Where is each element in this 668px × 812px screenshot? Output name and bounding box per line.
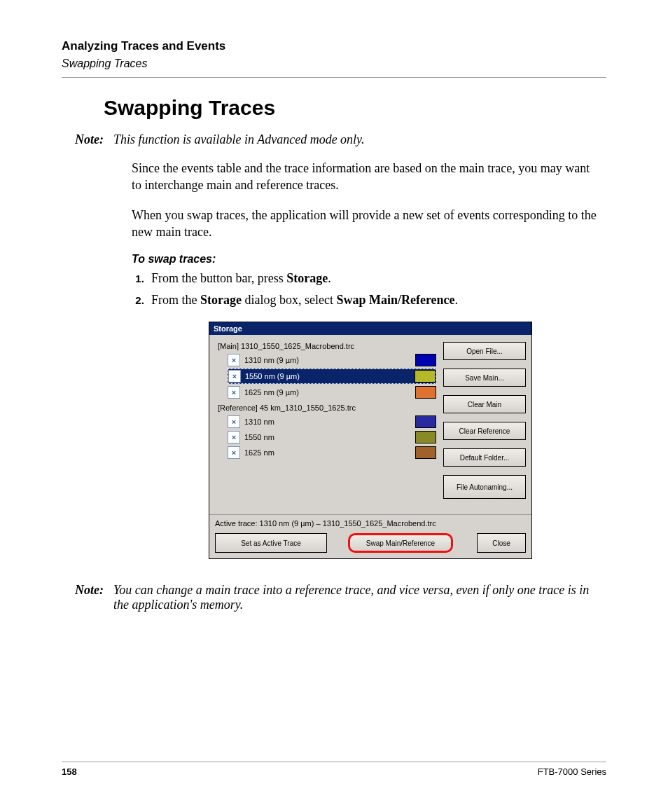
page-number: 158 — [62, 766, 77, 777]
trace-label: 1625 nm (9 µm) — [244, 388, 411, 397]
section-title: Swapping Traces — [104, 96, 606, 120]
dialog-separator — [209, 514, 531, 515]
trace-label: 1310 nm (9 µm) — [244, 356, 411, 364]
header-rule — [62, 77, 606, 78]
footer-rule — [62, 762, 606, 762]
set-active-trace-button[interactable]: Set as Active Trace — [215, 533, 327, 553]
note-text: You can change a main trace into a refer… — [113, 583, 606, 612]
trace-row[interactable]: × 1625 nm — [228, 446, 436, 460]
clear-reference-button[interactable]: Clear Reference — [443, 422, 526, 440]
trace-row[interactable]: × 1310 nm (9 µm) — [228, 353, 436, 367]
trace-row[interactable]: × 1625 nm (9 µm) — [228, 385, 436, 399]
close-icon[interactable]: × — [228, 354, 240, 366]
note-text: This function is available in Advanced m… — [113, 132, 606, 147]
swap-main-reference-button[interactable]: Swap Main/Reference — [348, 533, 453, 553]
color-swatch — [415, 386, 436, 399]
paragraph: Since the events table and the trace inf… — [132, 160, 599, 194]
main-file-label: [Main] 1310_1550_1625_Macrobend.trc — [218, 342, 436, 350]
color-swatch — [415, 431, 436, 443]
trace-label: 1550 nm (9 µm) — [245, 372, 410, 380]
trace-row-selected[interactable]: × 1550 nm (9 µm) — [228, 369, 436, 384]
paragraph: When you swap traces, the application wi… — [132, 207, 599, 241]
clear-main-button[interactable]: Clear Main — [443, 395, 526, 413]
close-icon[interactable]: × — [228, 431, 240, 443]
reference-file-label: [Reference] 45 km_1310_1550_1625.trc — [218, 404, 436, 412]
default-folder-button[interactable]: Default Folder... — [443, 448, 526, 467]
color-swatch — [415, 370, 436, 383]
color-swatch — [415, 415, 436, 428]
close-button[interactable]: Close — [477, 533, 526, 553]
open-file-button[interactable]: Open File... — [443, 342, 526, 360]
close-icon[interactable]: × — [228, 446, 240, 459]
close-icon[interactable]: × — [228, 370, 241, 383]
procedure-title: To swap traces: — [132, 253, 599, 266]
active-trace-line: Active trace: 1310 nm (9 µm) – 1310_1550… — [215, 519, 531, 528]
trace-row[interactable]: × 1550 nm — [228, 430, 436, 444]
close-icon[interactable]: × — [228, 415, 240, 428]
file-autonaming-button[interactable]: File Autonaming... — [443, 475, 526, 499]
running-head-chapter: Analyzing Traces and Events — [62, 39, 606, 53]
trace-label: 1310 nm — [244, 418, 411, 426]
color-swatch — [415, 354, 436, 366]
trace-label: 1625 nm — [244, 448, 411, 457]
color-swatch — [415, 446, 436, 459]
dialog-title: Storage — [209, 322, 531, 335]
trace-label: 1550 nm — [244, 433, 411, 441]
running-head-section: Swapping Traces — [62, 57, 606, 70]
series-label: FTB-7000 Series — [538, 766, 606, 777]
step-1: From the button bar, press Storage. — [147, 271, 599, 286]
save-main-button[interactable]: Save Main... — [443, 369, 526, 387]
close-icon[interactable]: × — [228, 386, 240, 399]
note-label: Note: — [62, 583, 104, 612]
step-2: From the Storage dialog box, select Swap… — [147, 293, 599, 308]
note-label: Note: — [62, 132, 104, 147]
storage-dialog: Storage [Main] 1310_1550_1625_Macrobend.… — [209, 322, 532, 559]
trace-row[interactable]: × 1310 nm — [228, 415, 436, 429]
